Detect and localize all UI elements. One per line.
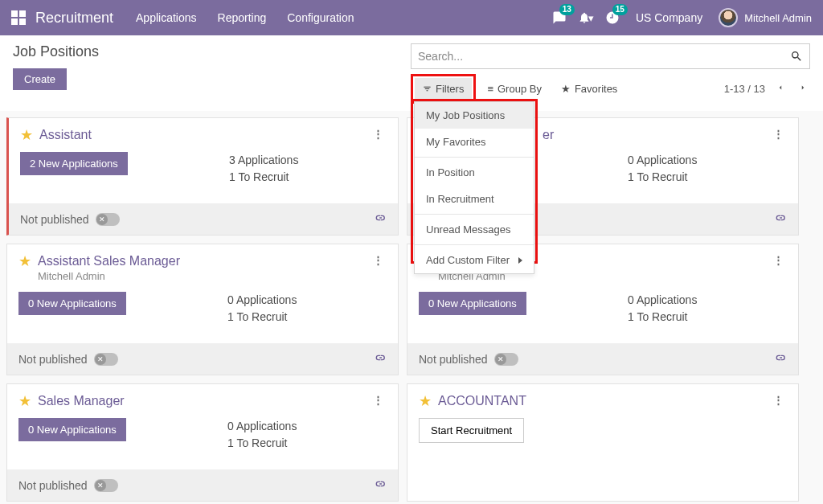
applications-count: 3 Applications: [229, 152, 387, 169]
app-brand: Recruitment: [35, 10, 113, 27]
to-recruit-count: 1 To Recruit: [229, 169, 387, 186]
publish-status: Not published: [20, 213, 89, 226]
card-title: Sales Manager: [38, 394, 370, 408]
filters-highlight: Filters: [411, 74, 476, 104]
kanban-board[interactable]: ★ Assistant ⋮ 2 New Applications 3 Appli…: [0, 111, 823, 504]
page-title: Job Positions: [13, 43, 411, 60]
applications-count: 0 Applications: [227, 292, 387, 309]
search-box[interactable]: [411, 43, 810, 69]
star-icon: ★: [561, 83, 571, 95]
caret-right-icon: [518, 257, 522, 264]
user-name: Mitchell Admin: [744, 12, 812, 24]
kebab-icon[interactable]: ⋮: [370, 128, 387, 140]
publish-toggle[interactable]: [94, 479, 118, 492]
control-panel: Job Positions Create Filters ≡ Group By …: [0, 35, 823, 104]
kebab-icon[interactable]: ⋮: [770, 394, 787, 406]
publish-toggle[interactable]: [494, 353, 518, 366]
add-custom-label: Add Custom Filter: [426, 254, 510, 266]
activities-icon[interactable]: 15: [605, 10, 620, 25]
job-card[interactable]: ★ Assistant ⋮ 2 New Applications 3 Appli…: [6, 117, 399, 236]
pager-text: 1-13 / 13: [724, 83, 765, 95]
filter-my-favorites[interactable]: My Favorites: [415, 129, 534, 155]
pager: 1-13 / 13: [724, 79, 810, 99]
link-icon[interactable]: [374, 477, 387, 493]
pager-next[interactable]: [796, 79, 810, 99]
filter-in-position[interactable]: In Position: [415, 159, 534, 186]
star-icon[interactable]: ★: [18, 394, 31, 408]
applications-count: 0 Applications: [628, 152, 787, 169]
search-toolbar: Filters ≡ Group By ★ Favorites 1-13 / 13: [411, 74, 810, 104]
new-applications-button[interactable]: 0 New Applications: [18, 292, 126, 315]
list-icon: ≡: [487, 83, 493, 95]
topbar: Recruitment Applications Reporting Confi…: [0, 0, 823, 35]
favorites-label: Favorites: [575, 83, 617, 95]
card-title: Assistant: [39, 128, 370, 142]
apps-menu-icon[interactable]: [11, 10, 26, 25]
to-recruit-count: 1 To Recruit: [227, 435, 387, 452]
groupby-label: Group By: [497, 83, 542, 95]
filter-add-custom[interactable]: Add Custom Filter: [415, 247, 534, 273]
filters-label: Filters: [436, 83, 464, 95]
link-icon[interactable]: [374, 351, 387, 367]
new-applications-button[interactable]: 0 New Applications: [419, 292, 526, 315]
nav-links: Applications Reporting Configuration: [136, 11, 354, 24]
link-icon[interactable]: [374, 211, 387, 227]
card-title: Assistant Sales Manager: [38, 254, 370, 268]
notifications-icon[interactable]: ▾: [578, 11, 594, 24]
job-card[interactable]: ★ ACCOUNTANT ⋮ Start Recruitment: [407, 383, 799, 502]
to-recruit-count: 1 To Recruit: [227, 309, 387, 326]
activities-badge: 15: [612, 4, 628, 15]
filters-button[interactable]: Filters: [415, 78, 472, 100]
card-title: er: [543, 128, 770, 142]
link-icon[interactable]: [774, 351, 787, 367]
card-subtitle: Mitchell Admin: [38, 270, 370, 282]
nav-reporting[interactable]: Reporting: [218, 11, 267, 24]
kebab-icon[interactable]: ⋮: [770, 128, 787, 140]
star-icon[interactable]: ★: [419, 394, 432, 408]
filters-dropdown[interactable]: My Job Positions My Favorites In Positio…: [414, 101, 534, 274]
discuss-icon[interactable]: 13: [552, 10, 567, 25]
star-icon[interactable]: ★: [20, 128, 33, 142]
start-recruitment-button[interactable]: Start Recruitment: [419, 418, 524, 443]
new-applications-button[interactable]: 2 New Applications: [20, 152, 128, 175]
favorites-button[interactable]: ★ Favorites: [553, 78, 625, 100]
groupby-button[interactable]: ≡ Group By: [479, 78, 550, 100]
filter-my-job-positions[interactable]: My Job Positions: [415, 102, 534, 129]
discuss-badge: 13: [559, 4, 575, 15]
user-menu[interactable]: Mitchell Admin: [719, 8, 812, 27]
new-applications-button[interactable]: 0 New Applications: [18, 418, 126, 441]
nav-applications[interactable]: Applications: [136, 11, 197, 24]
publish-toggle[interactable]: [94, 353, 118, 366]
job-card[interactable]: ★ Assistant Sales Manager Mitchell Admin…: [6, 244, 399, 375]
create-button[interactable]: Create: [13, 68, 67, 90]
applications-count: 0 Applications: [227, 418, 387, 435]
systray: 13 ▾ 15 US Company Mitchell Admin: [552, 8, 812, 27]
dropdown-separator: [415, 244, 534, 245]
pager-prev[interactable]: [773, 79, 788, 99]
card-title: ACCOUNTANT: [438, 394, 770, 408]
kebab-icon[interactable]: ⋮: [370, 254, 387, 266]
to-recruit-count: 1 To Recruit: [628, 169, 787, 186]
filter-in-recruitment[interactable]: In Recruitment: [415, 186, 534, 212]
to-recruit-count: 1 To Recruit: [628, 309, 787, 326]
job-card[interactable]: ★ Sales Manager ⋮ 0 New Applications 0 A…: [6, 383, 399, 502]
publish-status: Not published: [18, 479, 88, 492]
publish-status: Not published: [419, 353, 488, 366]
kebab-icon[interactable]: ⋮: [370, 394, 387, 406]
publish-toggle[interactable]: [96, 213, 120, 226]
dropdown-separator: [415, 157, 534, 158]
kebab-icon[interactable]: ⋮: [770, 254, 787, 266]
filter-icon: [423, 84, 432, 93]
publish-status: Not published: [18, 353, 88, 366]
filter-unread-messages[interactable]: Unread Messages: [415, 216, 534, 243]
star-icon[interactable]: ★: [18, 254, 31, 268]
avatar: [719, 8, 738, 27]
dropdown-separator: [415, 214, 534, 215]
nav-configuration[interactable]: Configuration: [287, 11, 354, 24]
link-icon[interactable]: [774, 211, 787, 227]
search-icon[interactable]: [790, 50, 803, 63]
company-switcher[interactable]: US Company: [636, 11, 702, 24]
search-input[interactable]: [418, 50, 790, 63]
applications-count: 0 Applications: [628, 292, 787, 309]
